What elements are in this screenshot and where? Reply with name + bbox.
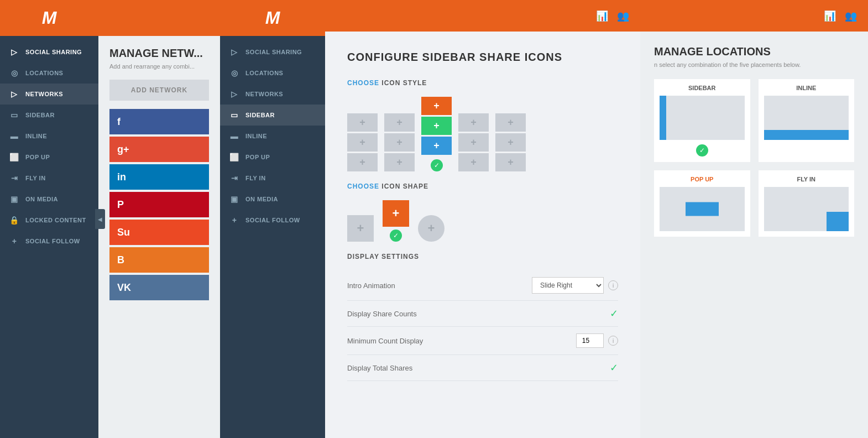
sec-sidebar-item-label: LOCATIONS [245,70,283,76]
animation-info-icon[interactable]: i [608,280,618,290]
networks-panel-header [98,0,220,36]
sidebar-item-sidebar[interactable]: ▭ SIDEBAR [0,105,98,126]
sec-sidebar-item-social-follow[interactable]: + SOCIAL FOLLOW [220,210,325,231]
linkedin-icon: in [117,171,126,183]
style2-btn3: + [384,153,415,171]
shape-option-square-orange[interactable]: + ✓ [383,200,409,242]
right-bar-chart-icon[interactable]: 📊 [824,10,836,22]
sec-sidebar-item-popup[interactable]: ⬜ POP UP [220,147,325,168]
network-item-google[interactable]: g+ [109,137,209,162]
google-icon: g+ [117,144,129,155]
sec-sidebar-item-label: SOCIAL FOLLOW [245,217,300,223]
icon-shape-section-label: CHOOSE ICON SHAPE [347,182,618,190]
location-card-title-inline: INLINE [764,85,849,91]
sec-sidebar-item-social-sharing[interactable]: ▷ SOCIAL SHARING [220,41,325,62]
network-item-blogger[interactable]: B [109,247,209,273]
setting-control-animation: Slide Right Slide Left Fade In None i [532,277,618,294]
sidebar-item-onmedia[interactable]: ▣ ON MEDIA [0,189,98,210]
add-network-button[interactable]: ADD NETWORK [109,80,209,101]
network-item-facebook[interactable]: f [109,109,209,134]
sidebar-item-label: LOCKED CONTENT [25,217,86,223]
popup-icon: ⬜ [9,153,20,161]
person-add-icon[interactable]: 👥 [617,10,629,22]
style3-btn1: + [421,97,452,115]
network-item-vk[interactable]: VK [109,275,209,300]
sidebar-item-flyin[interactable]: ⇥ FLY IN [0,168,98,189]
sec-sidebar-item-sidebar[interactable]: ▭ SIDEBAR [220,105,325,126]
animation-select[interactable]: Slide Right Slide Left Fade In None [532,277,604,294]
sec-sidebar-item-label: NETWORKS [245,91,283,97]
icon-style-option-2[interactable]: + + + [384,113,415,171]
setting-row-animation: Intro Animation Slide Right Slide Left F… [347,270,618,301]
right-panel: 📊 👥 MANAGE LOCATIONS n select any combin… [640,0,868,438]
icon-style-option-4[interactable]: + + + [458,113,489,171]
sidebar-item-label: INLINE [25,133,47,139]
sec-flyin-icon: ⇥ [229,174,240,182]
shape-option-circle[interactable]: + [418,215,445,242]
shape-square-orange: + [383,200,409,227]
sec-sidebar-item-inline[interactable]: ▬ INLINE [220,126,325,147]
sidebar-item-social-follow[interactable]: + SOCIAL FOLLOW [0,231,98,252]
flyin-preview [764,187,849,231]
locations-grid: SIDEBAR ✓ INLINE POP UP [654,79,854,237]
main-content: CONFIGURE SIDEBAR SHARE ICONS CHOOSE ICO… [325,32,640,438]
location-card-title-flyin: FLY IN [764,176,849,182]
sec-sidebar-item-label: ON MEDIA [245,196,278,202]
setting-row-min-count: Minimum Count Display i [347,327,618,355]
style5-btn3: + [495,153,526,171]
icon-style-option-5[interactable]: + + + [495,113,526,171]
stumble-icon: Su [117,227,130,238]
min-count-info-icon[interactable]: i [608,336,618,346]
sec-sidebar-item-networks[interactable]: ▷ NETWORKS [220,84,325,105]
network-item-pinterest[interactable]: P [109,192,209,217]
icon-style-option-3[interactable]: + + + ✓ [421,97,452,171]
network-item-linkedin[interactable]: in [109,164,209,190]
sidebar-item-inline[interactable]: ▬ INLINE [0,126,98,147]
sec-social-sharing-icon: ▷ [229,48,240,56]
main-logo: M [42,8,57,28]
sidebar-item-networks[interactable]: ▷ NETWORKS [0,84,98,105]
page-title: CONFIGURE SIDEBAR SHARE ICONS [347,51,618,64]
sidebar-check-circle: ✓ [696,144,708,157]
sec-sidebar-item-flyin[interactable]: ⇥ FLY IN [220,168,325,189]
setting-row-total-shares: Display Total Shares ✓ [347,355,618,381]
sec-sidebar-item-onmedia[interactable]: ▣ ON MEDIA [220,189,325,210]
setting-label-animation: Intro Animation [347,281,532,290]
inline-icon: ▬ [9,132,20,140]
location-card-sidebar[interactable]: SIDEBAR ✓ [654,79,750,162]
network-item-stumble[interactable]: Su [109,220,209,245]
sidebar-item-locations[interactable]: ◎ LOCATIONS [0,62,98,84]
style4-btn2: + [458,133,489,152]
sec-sidebar-item-label: INLINE [245,133,267,139]
share-counts-check[interactable]: ✓ [610,307,618,320]
sidebar-item-label: SOCIAL FOLLOW [25,238,80,244]
setting-label-min-count: Minimum Count Display [347,337,576,345]
sec-sidebar-item-locations[interactable]: ◎ LOCATIONS [220,62,325,84]
style1-btn2: + [347,133,378,152]
sidebar-item-popup[interactable]: ⬜ POP UP [0,147,98,168]
networks-panel: MANAGE NETW... Add and rearrange any com… [98,0,220,438]
style2-btn2: + [384,133,415,152]
location-card-flyin[interactable]: FLY IN [759,170,855,237]
display-settings-label: DISPLAY SETTINGS [347,253,618,260]
setting-row-share-counts: Display Share Counts ✓ [347,301,618,327]
sidebar-item-social-sharing[interactable]: ▷ SOCIAL SHARING [0,41,98,62]
content-header-bar: 📊 👥 [325,0,640,32]
sidebar-item-locked[interactable]: 🔒 LOCKED CONTENT [0,210,98,231]
secondary-sidebar-nav: ▷ SOCIAL SHARING ◎ LOCATIONS ▷ NETWORKS … [220,36,325,438]
location-card-inline[interactable]: INLINE [759,79,855,162]
bar-chart-icon[interactable]: 📊 [596,10,608,22]
right-person-add-icon[interactable]: 👥 [845,10,857,22]
shape-option-square-gray[interactable]: + [347,215,374,242]
secondary-logo-bar: M [220,0,325,36]
onmedia-icon: ▣ [9,195,20,204]
min-count-input[interactable] [576,333,604,348]
icon-style-option-1[interactable]: + + + [347,113,378,171]
total-shares-check[interactable]: ✓ [610,362,618,374]
sidebar-item-label: POP UP [25,154,50,160]
icon-style-section-label: CHOOSE ICON STYLE [347,79,618,87]
style2-btn1: + [384,113,415,132]
collapse-arrow[interactable]: ◀ [95,209,105,229]
location-card-popup[interactable]: POP UP [654,170,750,237]
sec-inline-icon: ▬ [229,132,240,140]
